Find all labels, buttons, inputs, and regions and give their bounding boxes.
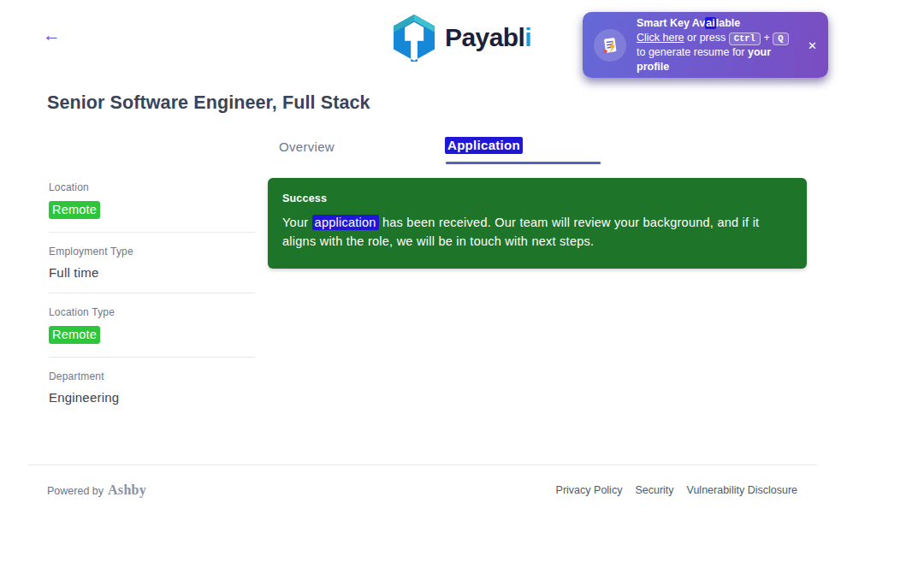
smart-key-title: Smart Key Available	[637, 16, 799, 31]
detail-department: Department Engineering	[49, 370, 255, 417]
ctrl-key-chip: Ctrl	[729, 33, 761, 45]
detail-label: Location Type	[49, 306, 255, 318]
privacy-policy-link[interactable]: Privacy Policy	[556, 484, 623, 496]
active-tab-indicator	[446, 162, 601, 164]
payabli-logo-icon	[393, 13, 435, 62]
payabli-wordmark: Payabli	[445, 23, 531, 52]
detail-label: Department	[49, 370, 255, 382]
success-heading: Success	[282, 192, 792, 204]
security-link[interactable]: Security	[635, 484, 673, 496]
smart-key-message: Smart Key Available Click here or press …	[637, 16, 799, 74]
detail-label: Employment Type	[49, 246, 255, 257]
powered-by: Powered by Ashby	[47, 482, 146, 498]
job-details-sidebar: Location Remote Employment Type Full tim…	[49, 181, 255, 430]
ashby-logo[interactable]: Ashby	[108, 482, 146, 498]
find-highlight: ai	[705, 17, 715, 29]
click-here-link[interactable]: Click here	[637, 32, 684, 44]
tab-application[interactable]: Application	[445, 138, 523, 152]
success-banner: Success Your application has been receiv…	[268, 178, 807, 269]
back-arrow-icon: ←	[43, 25, 61, 44]
detail-location-type: Location Type Remote	[49, 306, 255, 358]
footer-links: Privacy Policy Security Vulnerability Di…	[556, 484, 797, 496]
find-highlight-green: Remote	[49, 201, 100, 219]
resume-document-icon	[594, 29, 626, 62]
success-message: Your application has been received. Our …	[282, 213, 792, 251]
smart-key-instructions: Click here or press Ctrl + Q to generate…	[637, 31, 799, 74]
tab-overview[interactable]: Overview	[279, 139, 335, 154]
find-highlight: application	[312, 215, 379, 230]
vulnerability-disclosure-link[interactable]: Vulnerability Disclosure	[687, 484, 797, 496]
q-key-chip: Q	[773, 33, 788, 45]
job-application-page: ← Payabli Sma	[0, 0, 924, 574]
find-highlight: Application	[445, 137, 523, 154]
back-button[interactable]: ←	[43, 27, 61, 44]
detail-value: Engineering	[49, 390, 255, 405]
page-title: Senior Software Engineer, Full Stack	[47, 92, 370, 114]
detail-label: Location	[49, 181, 255, 193]
detail-location: Location Remote	[49, 181, 255, 233]
company-logo: Payabli	[393, 13, 531, 62]
detail-value: Full time	[49, 265, 255, 280]
detail-employment-type: Employment Type Full time	[49, 246, 255, 293]
find-highlight-green: Remote	[49, 326, 100, 344]
footer-divider	[28, 465, 817, 465]
smart-key-popup: Smart Key Available Click here or press …	[583, 12, 828, 78]
close-icon[interactable]: ✕	[808, 38, 817, 51]
